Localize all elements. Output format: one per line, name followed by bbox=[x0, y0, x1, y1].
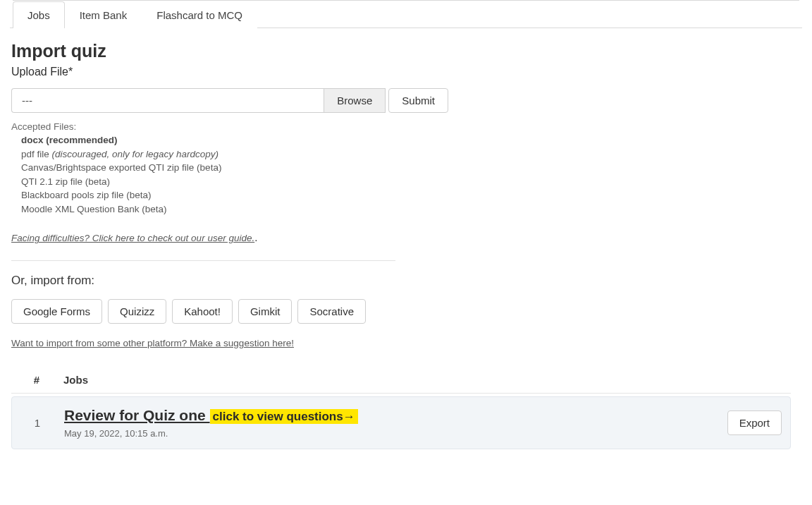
file-input-row: --- Browse Submit bbox=[11, 88, 448, 113]
import-kahoot[interactable]: Kahoot! bbox=[172, 299, 233, 324]
accepted-docx: docx (recommended) bbox=[21, 133, 791, 147]
tab-item-bank[interactable]: Item Bank bbox=[65, 1, 142, 28]
col-jobs-header: Jobs bbox=[58, 374, 787, 386]
user-guide-link[interactable]: Facing difficulties? Click here to check… bbox=[11, 231, 257, 243]
import-gimkit[interactable]: Gimkit bbox=[238, 299, 293, 324]
import-from-label: Or, import from: bbox=[11, 274, 791, 288]
jobs-table-header: # Jobs bbox=[11, 365, 791, 394]
import-socrative[interactable]: Socrative bbox=[297, 299, 366, 324]
accepted-moodle: Moodle XML Question Bank (beta) bbox=[21, 202, 791, 217]
upload-file-label: Upload File* bbox=[11, 66, 791, 78]
jobs-table: # Jobs 1 Review for Quiz one click to vi… bbox=[11, 365, 791, 449]
file-input[interactable]: --- bbox=[11, 88, 324, 113]
platform-buttons: Google Forms Quizizz Kahoot! Gimkit Socr… bbox=[11, 299, 791, 324]
import-quizizz[interactable]: Quizizz bbox=[108, 299, 166, 324]
accepted-blackboard: Blackboard pools zip file (beta) bbox=[21, 188, 791, 202]
accepted-files-heading: Accepted Files: bbox=[11, 121, 791, 132]
col-number-header: # bbox=[16, 374, 58, 386]
table-row: 1 Review for Quiz one click to view ques… bbox=[11, 396, 791, 449]
page-title: Import quiz bbox=[11, 41, 791, 61]
divider bbox=[11, 260, 395, 261]
job-number: 1 bbox=[16, 417, 59, 429]
suggest-platform-link[interactable]: Want to import from some other platform?… bbox=[11, 338, 294, 348]
accepted-qti21: QTI 2.1 zip file (beta) bbox=[21, 175, 791, 189]
tab-jobs[interactable]: Jobs bbox=[13, 1, 65, 28]
tab-flashcard-to-mcq[interactable]: Flashcard to MCQ bbox=[142, 1, 257, 28]
browse-button[interactable]: Browse bbox=[324, 88, 386, 113]
accepted-pdf: pdf file (discouraged, only for legacy h… bbox=[21, 147, 791, 162]
job-timestamp: May 19, 2022, 10:15 a.m. bbox=[64, 428, 727, 439]
import-google-forms[interactable]: Google Forms bbox=[11, 299, 102, 324]
job-view-questions-hint[interactable]: click to view questions→ bbox=[210, 409, 358, 424]
accepted-files-list: docx (recommended) pdf file (discouraged… bbox=[11, 133, 791, 216]
submit-button[interactable]: Submit bbox=[388, 88, 448, 113]
job-title-link[interactable]: Review for Quiz one bbox=[64, 407, 210, 423]
export-button[interactable]: Export bbox=[727, 410, 782, 435]
accepted-qti-canvas: Canvas/Brightspace exported QTI zip file… bbox=[21, 161, 791, 175]
tabs-bar: Jobs Item Bank Flashcard to MCQ bbox=[10, 1, 802, 28]
